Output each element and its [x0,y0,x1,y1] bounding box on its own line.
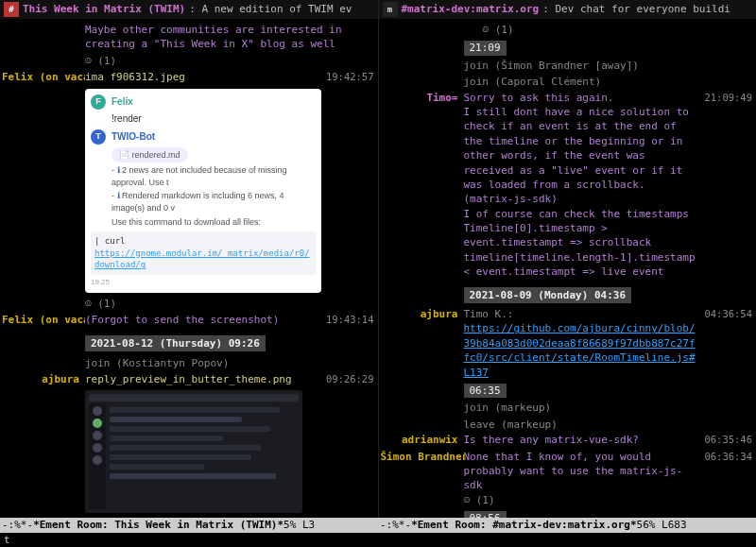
mode-line: -:%*- *Ement Room: This Week in Matrix (… [0,518,756,533]
user-avatar-icon: F [91,94,106,110]
reaction-count[interactable]: (1) [495,24,514,36]
membership-event: join (Kostiantyn Popov) [85,355,376,371]
image-filename[interactable]: reply_preview_in_butter_theme.png [85,372,323,386]
buffer-name-left[interactable]: *Ement Room: This Week in Matrix (TWIM)* [33,518,284,532]
card-hint: Use this command to download all files: [112,216,316,229]
message-text: TWIM: [85,517,323,518]
message-text: I of course can check the timestamps Tim… [464,207,698,280]
card-sender: Felix [112,95,133,109]
room-avatar-right: m [383,2,398,17]
message-text: Maybe other communities are interested i… [85,23,376,52]
day-divider: 2021-08-12 (Thursday) 09:26 [85,335,266,351]
smile-icon: ☺ [483,24,490,36]
sender-timo[interactable]: Timo= [381,91,464,105]
sender-adrian[interactable]: adrianwix [381,433,464,447]
membership-event: join (Šimon Brandner [away]) [464,58,755,74]
smile-icon: ☺ [464,494,471,506]
bot-avatar-icon: T [91,129,106,145]
message-text: None that I know of, you would probably … [464,450,698,493]
right-header: m #matrix-dev:matrix.org : Dev chat for … [379,0,757,19]
file-pill[interactable]: 📄 rendered.md [112,147,188,163]
room-topic-left: : A new edition of TWIM ev [189,2,352,16]
modeline-prefix: -:%*- [2,518,33,532]
room-avatar-left: # [4,2,19,17]
time-badge: 06:35 [464,384,507,398]
time-badge: 21:09 [464,41,507,55]
left-body[interactable]: Maybe other communities are interested i… [0,19,378,518]
modeline-position: 56% L683 [637,518,687,532]
buffer-name-right[interactable]: *Ement Room: #matrix-dev:matrix.org* [411,518,636,532]
card-url[interactable]: https://gnome.modular.im/_matrix/media/r… [94,248,310,270]
message-text: Is there any matrix-vue-sdk? [464,433,702,447]
message-text: (Forgot to send the screenshot) [85,313,323,327]
sender-ajbura[interactable]: ajbura [2,372,85,386]
sender-felix[interactable]: Felix (on vaca [2,313,85,327]
screenshot-thumbnail[interactable] [85,390,302,513]
timestamp: 09:26:31 [323,517,376,518]
timestamp: 04:36:54 [701,307,754,321]
reaction-count[interactable]: (1) [476,494,495,506]
message-text: Sorry to ask this again. [464,91,698,105]
card-command: !render [112,112,316,126]
modeline-prefix: -:%*- [380,518,411,532]
smile-icon: ☺ [85,298,92,310]
membership-event: join (Caporal Clément) [464,74,755,90]
right-body[interactable]: ☺ (1) 21:09 join (Šimon Brandner [away])… [379,19,757,518]
room-name-left[interactable]: This Week in Matrix (TWIM) [23,2,185,16]
reaction-count[interactable]: (1) [97,298,116,310]
timestamp: 21:09:49 [701,91,754,105]
sender-ajbura[interactable]: ajbura [2,517,85,518]
reaction-count[interactable]: (1) [97,55,116,67]
message-text: I still dont have a nice solution to che… [464,105,698,192]
timestamp: 19:43:14 [323,313,376,327]
membership-event: leave (markeup) [464,417,755,433]
sender-simon[interactable]: Šimon Brandner [381,450,464,464]
message-text: (matrix-js-sdk) [464,192,698,206]
left-pane: # This Week in Matrix (TWIM) : A new edi… [0,0,379,518]
day-divider: 2021-08-09 (Monday) 04:36 [464,287,632,303]
smile-icon: ☺ [85,55,92,67]
minibuffer[interactable]: t [0,533,756,547]
card-bot: TWIO-Bot [112,130,155,144]
timestamp: 06:35:46 [701,433,754,447]
time-badge: 08:56 [464,511,507,518]
card-ts: 19:25 [91,277,316,287]
image-filename[interactable]: ima f906312.jpeg [85,70,323,84]
card-bullet: Rendered markdown is including 6 news, 4… [112,191,284,213]
render-card: F Felix !render T TWIO-Bot 📄 rendered.md [85,89,321,294]
timestamp: 19:42:57 [323,70,376,84]
room-name-right[interactable]: #matrix-dev:matrix.org [402,2,540,16]
reply-target: Timo K.: [464,307,698,321]
left-header: # This Week in Matrix (TWIM) : A new edi… [0,0,378,19]
sender-felix[interactable]: Felix (on vaca [2,70,85,84]
sender-ajbura[interactable]: ajbura [381,307,464,321]
card-bullet: 2 news are not included because of missi… [112,165,287,187]
modeline-position: 5% L3 [284,518,315,532]
membership-event: join (markeup) [464,400,755,416]
github-link[interactable]: https://github.com/ajbura/cinny/blob/39b… [464,322,696,378]
timestamp: 06:36:34 [701,450,754,464]
right-pane: m #matrix-dev:matrix.org : Dev chat for … [379,0,757,518]
room-topic-right: : Dev chat for everyone buildi [542,2,730,16]
timestamp: 09:26:29 [323,372,376,386]
